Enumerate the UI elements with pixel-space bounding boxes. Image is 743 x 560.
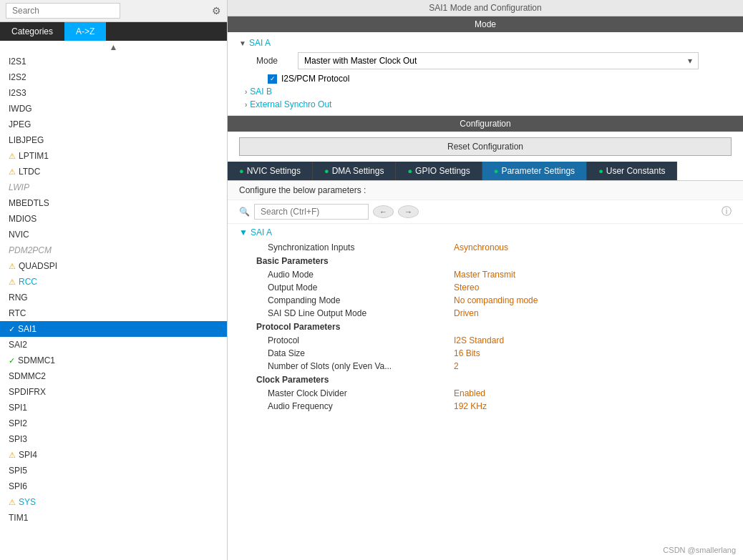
- sidebar-item-label: SPI4: [19, 450, 37, 460]
- sidebar-item-sdmmc1[interactable]: ✓SDMMC1: [0, 353, 227, 368]
- tab-parameter-settings[interactable]: ● Parameter Settings: [482, 162, 587, 180]
- sidebar-item-i2s3[interactable]: I2S3: [0, 85, 227, 101]
- tab-gpio-settings[interactable]: ● GPIO Settings: [396, 162, 482, 180]
- sidebar-item-rtc[interactable]: RTC: [0, 305, 227, 321]
- tab-atoz[interactable]: A->Z: [64, 22, 106, 41]
- check-icon: ✓: [9, 356, 15, 365]
- tab-label: User Constants: [606, 166, 666, 176]
- sidebar-item-libjpeg[interactable]: LIBJPEG: [0, 132, 227, 148]
- check-icon: ●: [598, 167, 603, 175]
- sidebar-item-label: LIBJPEG: [9, 135, 44, 145]
- sidebar-item-i2s1[interactable]: I2S1: [0, 54, 227, 69]
- reset-configuration-button[interactable]: Reset Configuration: [239, 137, 732, 156]
- param-search-input[interactable]: [254, 204, 369, 220]
- sai-a-expand[interactable]: ▼ SAI A: [239, 38, 732, 48]
- sai-b-expand[interactable]: › SAI B: [245, 87, 732, 97]
- sidebar-item-jpeg[interactable]: JPEG: [0, 117, 227, 132]
- sidebar-item-label: TIM1: [9, 513, 28, 523]
- warn-icon: ⚠: [9, 152, 16, 161]
- sidebar-item-label: SAI2: [9, 340, 27, 350]
- tab-user-constants[interactable]: ● User Constants: [587, 162, 677, 180]
- param-value: 2: [454, 361, 459, 371]
- sidebar-item-sai2[interactable]: SAI2: [0, 337, 227, 353]
- i2s-pcm-checkbox[interactable]: ✓: [268, 74, 277, 84]
- sidebar-item-quadspi[interactable]: ⚠QUADSPI: [0, 258, 227, 274]
- param-value: No companding mode: [454, 295, 538, 305]
- sidebar-item-label: SPI2: [9, 418, 27, 428]
- sai-a-param-label: SAI A: [251, 227, 272, 237]
- table-row: Output Mode Stereo: [228, 281, 743, 294]
- sidebar-item-pdm2pcm[interactable]: PDM2PCM: [0, 242, 227, 258]
- chevron-right-icon: ›: [245, 88, 247, 96]
- sidebar-item-label: SDMMC1: [18, 355, 55, 365]
- sidebar-item-label: SYS: [19, 497, 36, 507]
- top-search-input[interactable]: [6, 3, 120, 19]
- i2s-pcm-label: I2S/PCM Protocol: [281, 74, 349, 84]
- sidebar-item-label: I2S2: [9, 72, 26, 82]
- tab-label: Parameter Settings: [501, 166, 575, 176]
- mode-select-value: Master with Master Clock Out: [304, 56, 417, 66]
- sidebar-item-nvic[interactable]: NVIC: [0, 227, 227, 242]
- check-icon: ●: [324, 167, 329, 175]
- param-value: Stereo: [454, 283, 479, 293]
- table-row: Companding Mode No companding mode: [228, 294, 743, 307]
- configure-label: Configure the below parameters :: [228, 181, 743, 200]
- sidebar-item-label: I2S3: [9, 88, 26, 98]
- param-name: SAI SD Line Output Mode: [268, 308, 454, 318]
- sidebar-item-spi3[interactable]: SPI3: [0, 431, 227, 447]
- param-name: Audio Frequency: [268, 401, 454, 411]
- sidebar-item-spi4[interactable]: ⚠SPI4: [0, 447, 227, 463]
- sidebar-item-label: JPEG: [9, 119, 31, 129]
- sidebar-item-spdifrx[interactable]: SPDIFRX: [0, 384, 227, 400]
- search-prev-button[interactable]: ←: [373, 205, 394, 218]
- tab-label: DMA Settings: [332, 166, 384, 176]
- chevron-down-icon: ▼: [239, 227, 248, 237]
- mode-section-header: Mode: [228, 16, 743, 32]
- sidebar-item-sys[interactable]: ⚠SYS: [0, 494, 227, 510]
- tab-categories[interactable]: Categories: [0, 22, 64, 41]
- config-section-header: Configuration: [228, 116, 743, 132]
- external-synchro-expand[interactable]: › External Synchro Out: [245, 99, 732, 109]
- search-icon: 🔍: [239, 207, 250, 217]
- sidebar-item-rng[interactable]: RNG: [0, 290, 227, 305]
- dropdown-arrow-icon: ▾: [688, 56, 692, 66]
- sai-a-param-title[interactable]: ▼ SAI A: [228, 224, 743, 241]
- sidebar-item-iwdg[interactable]: IWDG: [0, 101, 227, 117]
- check-icon: ●: [407, 167, 412, 175]
- sidebar-item-i2s2[interactable]: I2S2: [0, 69, 227, 85]
- param-group-clock: Clock Parameters: [228, 373, 743, 387]
- search-next-button[interactable]: →: [398, 205, 419, 218]
- sidebar-item-spi2[interactable]: SPI2: [0, 416, 227, 431]
- sidebar-item-spi5[interactable]: SPI5: [0, 463, 227, 478]
- sidebar-item-label: PDM2PCM: [9, 245, 52, 255]
- sidebar-item-ltdc[interactable]: ⚠LTDC: [0, 164, 227, 180]
- param-value: Asynchronous: [454, 242, 508, 252]
- tab-dma-settings[interactable]: ● DMA Settings: [313, 162, 396, 180]
- scroll-up-arrow[interactable]: ▲: [0, 41, 227, 54]
- check-icon: ✓: [9, 325, 15, 334]
- top-search-bar: ⚙: [0, 0, 227, 22]
- table-row: Master Clock Divider Enabled: [228, 387, 743, 400]
- sidebar-item-label: LWIP: [9, 182, 29, 192]
- sidebar-item-spi1[interactable]: SPI1: [0, 400, 227, 416]
- gear-icon[interactable]: ⚙: [212, 5, 221, 16]
- mode-select[interactable]: Master with Master Clock Out ▾: [298, 52, 699, 69]
- warn-icon: ⚠: [9, 262, 16, 271]
- sidebar-item-mdios[interactable]: MDIOS: [0, 211, 227, 227]
- sidebar-item-spi6[interactable]: SPI6: [0, 478, 227, 494]
- table-row: Synchronization Inputs Asynchronous: [228, 241, 743, 254]
- sidebar-item-sdmmc2[interactable]: SDMMC2: [0, 368, 227, 384]
- sidebar-item-tim1[interactable]: TIM1: [0, 510, 227, 526]
- info-icon[interactable]: ⓘ: [722, 205, 732, 218]
- sidebar-item-lptim1[interactable]: ⚠LPTIM1: [0, 148, 227, 164]
- sidebar-item-lwip[interactable]: LWIP: [0, 180, 227, 195]
- sidebar-item-label: SPI6: [9, 481, 27, 491]
- warn-icon: ⚠: [9, 498, 16, 507]
- sidebar-item-rcc[interactable]: ⚠RCC: [0, 274, 227, 290]
- param-name: Protocol: [268, 335, 454, 345]
- sidebar-item-label: SPI1: [9, 403, 27, 413]
- sidebar-item-sai1[interactable]: ✓SAI1: [0, 321, 227, 337]
- sidebar-item-mbedtls[interactable]: MBEDTLS: [0, 195, 227, 211]
- param-name: Companding Mode: [268, 295, 454, 305]
- tab-nvic-settings[interactable]: ● NVIC Settings: [228, 162, 313, 180]
